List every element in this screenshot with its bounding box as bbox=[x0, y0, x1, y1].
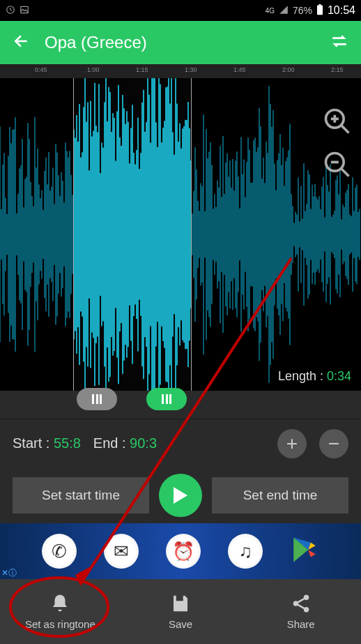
tick: 2:00 bbox=[282, 66, 295, 73]
save-icon bbox=[170, 593, 191, 614]
app-header: Opa (Greece) bbox=[0, 21, 361, 64]
share-icon bbox=[291, 593, 312, 614]
status-bar: 4G 76% 10:54 bbox=[0, 0, 361, 21]
set-ringtone-button[interactable]: Set as ringtone bbox=[0, 579, 121, 644]
zoom-in-icon[interactable] bbox=[322, 106, 353, 137]
length-label: Length : bbox=[278, 369, 327, 383]
length-value: 0:34 bbox=[327, 369, 351, 383]
svg-point-267 bbox=[303, 607, 309, 613]
page-title: Opa (Greece) bbox=[45, 33, 316, 52]
svg-rect-3 bbox=[318, 4, 321, 6]
back-icon[interactable] bbox=[13, 32, 31, 53]
waveform-display[interactable]: Length : 0:34 bbox=[0, 78, 361, 391]
save-button[interactable]: Save bbox=[121, 579, 241, 644]
tick: 0:45 bbox=[35, 66, 47, 73]
tick: 1:15 bbox=[136, 66, 148, 73]
tick: 1:00 bbox=[87, 66, 100, 73]
controls-row: Set start time Set end time bbox=[0, 467, 361, 523]
status-time: 10:54 bbox=[328, 4, 355, 17]
set-end-button[interactable]: Set end time bbox=[212, 477, 348, 514]
signal-icon bbox=[279, 5, 289, 17]
bell-icon bbox=[49, 593, 70, 614]
share-button[interactable]: Share bbox=[240, 579, 361, 644]
nav-label: Share bbox=[287, 618, 315, 630]
end-time-display: End : 90:3 bbox=[93, 435, 157, 451]
subtract-button[interactable]: − bbox=[319, 429, 348, 458]
tick: 2:15 bbox=[331, 66, 344, 73]
handles-row bbox=[0, 391, 361, 419]
mail-icon: ✉ bbox=[104, 534, 139, 569]
tick: 1:30 bbox=[185, 66, 197, 73]
image-icon bbox=[20, 5, 29, 17]
selection-region[interactable] bbox=[73, 78, 192, 391]
length-display: Length : 0:34 bbox=[278, 369, 351, 384]
end-handle[interactable] bbox=[146, 388, 187, 410]
battery-icon bbox=[316, 4, 323, 17]
alarm-icon: ⏰ bbox=[166, 534, 201, 569]
phone-icon: ✆ bbox=[42, 534, 77, 569]
ad-info-icon[interactable]: ✕ⓘ bbox=[1, 567, 17, 579]
clock-icon bbox=[6, 5, 15, 17]
set-start-button[interactable]: Set start time bbox=[13, 477, 149, 514]
svg-point-266 bbox=[303, 595, 309, 601]
timeline-ruler: 0:45 1:00 1:15 1:30 1:45 2:00 2:15 bbox=[0, 64, 361, 78]
add-button[interactable]: + bbox=[277, 429, 307, 458]
battery-label: 76% bbox=[293, 5, 312, 16]
zoom-out-icon[interactable] bbox=[322, 149, 353, 180]
network-label: 4G bbox=[266, 7, 275, 15]
svg-rect-2 bbox=[317, 5, 323, 15]
play-button[interactable] bbox=[159, 474, 202, 517]
music-icon: ♫ bbox=[228, 534, 263, 569]
play-store-icon bbox=[290, 535, 319, 567]
start-handle[interactable] bbox=[77, 388, 117, 410]
svg-point-265 bbox=[293, 601, 298, 606]
nav-label: Set as ringtone bbox=[25, 618, 95, 630]
times-row: Start : 55:8 End : 90:3 + − bbox=[0, 419, 361, 467]
nav-label: Save bbox=[169, 618, 192, 630]
bottom-nav: Set as ringtone Save Share bbox=[0, 579, 361, 644]
loop-icon[interactable] bbox=[330, 33, 348, 52]
ad-banner[interactable]: ✆ ✉ ⏰ ♫ ✕ⓘ bbox=[0, 523, 361, 579]
tick: 1:45 bbox=[233, 66, 246, 73]
start-time-display: Start : 55:8 bbox=[13, 435, 81, 451]
